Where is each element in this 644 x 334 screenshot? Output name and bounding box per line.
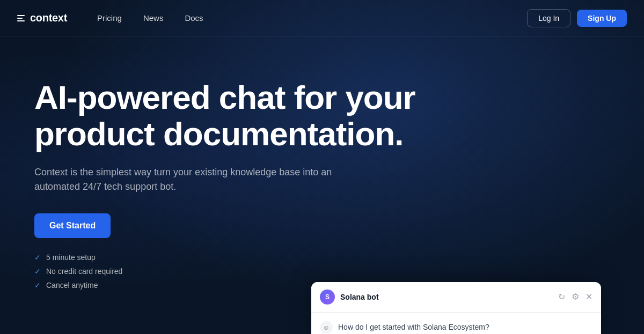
check-icon-3: ✓	[34, 281, 41, 289]
check-icon-1: ✓	[34, 254, 41, 261]
feature-item-2: ✓ No credit card required	[34, 267, 610, 276]
chat-header: S Solana bot ↻ ⚙ ✕	[311, 282, 601, 313]
settings-icon[interactable]: ⚙	[572, 293, 579, 301]
hero-section: AI-powered chat for your product documen…	[0, 36, 644, 290]
logo-text: context	[30, 12, 67, 24]
chat-body: ☺ How do I get started with Solana Ecosy…	[311, 313, 601, 334]
check-icon-2: ✓	[34, 268, 41, 275]
nav-links: Pricing News Docs	[89, 9, 527, 27]
refresh-icon[interactable]: ↻	[558, 293, 565, 301]
hero-title: AI-powered chat for your product documen…	[34, 79, 517, 152]
feature-item-1: ✓ 5 minute setup	[34, 253, 610, 262]
get-started-button[interactable]: Get Started	[34, 213, 111, 238]
nav-link-pricing[interactable]: Pricing	[89, 9, 130, 27]
feature-label-2: No credit card required	[46, 267, 122, 276]
navbar: context Pricing News Docs Log In Sign Up	[0, 0, 644, 36]
user-icon: ☺	[323, 324, 330, 331]
nav-link-news[interactable]: News	[135, 9, 172, 27]
signup-button[interactable]: Sign Up	[577, 10, 627, 27]
nav-actions: Log In Sign Up	[527, 9, 627, 27]
nav-link-docs[interactable]: Docs	[176, 9, 211, 27]
feature-label-3: Cancel anytime	[46, 281, 98, 290]
login-button[interactable]: Log In	[527, 9, 570, 27]
message-text: How do I get started with Solana Ecosyst…	[338, 321, 489, 331]
chat-bot-name: Solana bot	[340, 293, 558, 301]
chat-bot-avatar: S	[320, 290, 335, 305]
close-icon[interactable]: ✕	[586, 293, 592, 301]
logo-link[interactable]: context	[17, 12, 67, 24]
message-user-avatar: ☺	[320, 321, 333, 334]
hero-subtitle: Context is the simplest way turn your ex…	[34, 165, 378, 194]
logo-icon	[17, 15, 26, 21]
logo-bars-icon	[17, 15, 25, 21]
chat-preview-window: S Solana bot ↻ ⚙ ✕ ☺ How do I get starte…	[311, 282, 601, 334]
feature-label-1: 5 minute setup	[46, 253, 96, 262]
chat-message: ☺ How do I get started with Solana Ecosy…	[320, 321, 592, 334]
chat-header-icons: ↻ ⚙ ✕	[558, 293, 592, 301]
